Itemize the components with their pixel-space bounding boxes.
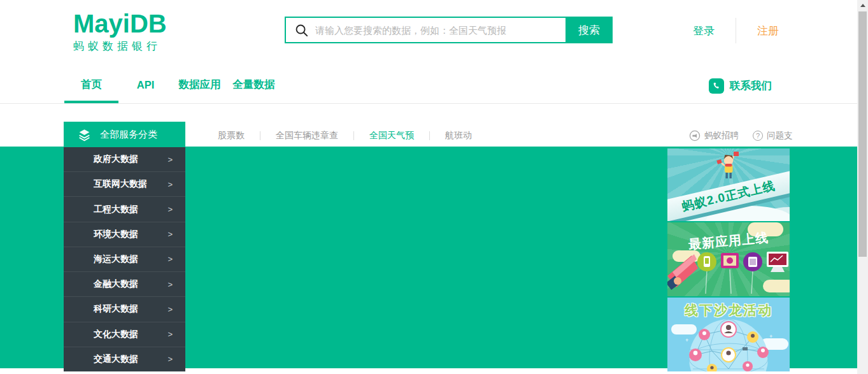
auth-divider bbox=[736, 18, 736, 43]
search-input[interactable] bbox=[315, 18, 566, 42]
tab-home[interactable]: 首页 bbox=[64, 69, 118, 103]
category-item-internet[interactable]: 互联网大数据 > bbox=[64, 171, 185, 196]
logo[interactable]: MayiDB 蚂蚁数据银行 bbox=[73, 10, 167, 54]
category-item-culture[interactable]: 文化大数据 > bbox=[64, 322, 185, 347]
chevron-right-icon: > bbox=[167, 354, 173, 364]
hot-link-weather[interactable]: 全国天气预 bbox=[354, 130, 429, 141]
promo-banner-ant2-launch[interactable]: 蚂蚁2.0正式上线 bbox=[667, 148, 790, 221]
category-item-transport[interactable]: 交通大数据 > bbox=[64, 347, 185, 371]
category-item-environment[interactable]: 环境大数据 > bbox=[64, 222, 185, 247]
chevron-right-icon: > bbox=[167, 155, 173, 164]
svg-text:+: + bbox=[769, 333, 772, 340]
contact-us-link[interactable]: 联系我们 bbox=[709, 78, 772, 94]
up-triangle-icon bbox=[860, 4, 865, 7]
support-link[interactable]: ? 问题支 bbox=[753, 130, 793, 141]
sub-header: 全部服务分类 股票数 全国车辆违章查 全国天气预 航班动 蚂蚁招聘 ? 问题支 bbox=[0, 104, 857, 147]
logo-subtitle: 蚂蚁数据银行 bbox=[73, 39, 167, 54]
hot-link-vehicle-violations[interactable]: 全国车辆违章查 bbox=[260, 130, 353, 141]
search-bar: 搜索 bbox=[285, 17, 613, 43]
chevron-right-icon: > bbox=[167, 254, 173, 264]
hot-search-links: 股票数 全国车辆违章查 全国天气预 航班动 bbox=[203, 125, 487, 147]
all-categories-label: 全部服务分类 bbox=[100, 129, 157, 141]
category-item-engineering[interactable]: 工程大数据 > bbox=[64, 196, 185, 221]
main-nav: 首页 API 数据应用 全量数据 联系我们 bbox=[0, 69, 857, 104]
scrollbar[interactable] bbox=[857, 0, 868, 374]
chevron-right-icon: > bbox=[167, 180, 173, 189]
chevron-right-icon: > bbox=[167, 205, 173, 214]
register-link[interactable]: 注册 bbox=[757, 24, 779, 38]
contact-us-label: 联系我们 bbox=[730, 79, 772, 93]
quick-links: 蚂蚁招聘 ? 问题支 bbox=[689, 125, 793, 147]
category-item-government[interactable]: 政府大数据 > bbox=[64, 147, 185, 171]
megaphone-circle-icon bbox=[689, 130, 701, 141]
all-categories-button[interactable]: 全部服务分类 bbox=[64, 122, 185, 147]
svg-text:+: + bbox=[685, 337, 688, 343]
gadget-balloons-illustration bbox=[667, 248, 790, 296]
tab-api[interactable]: API bbox=[118, 69, 173, 103]
scrollbar-thumb[interactable] bbox=[858, 11, 867, 257]
header: MayiDB 蚂蚁数据银行 搜索 登录 注册 bbox=[0, 0, 857, 69]
logo-title: MayiDB bbox=[73, 10, 167, 37]
auth-links: 登录 注册 bbox=[693, 18, 779, 43]
phone-icon bbox=[709, 78, 724, 94]
jobs-label: 蚂蚁招聘 bbox=[704, 130, 739, 141]
globe-network-illustration: + + bbox=[667, 313, 790, 371]
category-menu: 政府大数据 > 互联网大数据 > 工程大数据 > 环境大数据 > 海运大数据 >… bbox=[64, 147, 185, 371]
chevron-right-icon: > bbox=[167, 329, 173, 339]
category-item-research[interactable]: 科研大数据 > bbox=[64, 296, 185, 321]
tab-full-data[interactable]: 全量数据 bbox=[227, 69, 281, 103]
nav-tabs: 首页 API 数据应用 全量数据 bbox=[64, 69, 281, 103]
search-button[interactable]: 搜索 bbox=[566, 17, 613, 43]
hot-link-stocks[interactable]: 股票数 bbox=[203, 130, 260, 141]
support-label: 问题支 bbox=[767, 130, 793, 141]
hot-link-flights[interactable]: 航班动 bbox=[430, 130, 487, 141]
login-link[interactable]: 登录 bbox=[693, 24, 715, 38]
category-item-shipping[interactable]: 海运大数据 > bbox=[64, 247, 185, 271]
chevron-right-icon: > bbox=[167, 229, 173, 239]
search-icon bbox=[294, 23, 309, 38]
jobs-link[interactable]: 蚂蚁招聘 bbox=[689, 130, 739, 141]
tab-data-apps[interactable]: 数据应用 bbox=[173, 69, 227, 103]
chevron-right-icon: > bbox=[167, 305, 173, 314]
promo-banner-new-apps[interactable]: 最新应用上线 bbox=[667, 222, 790, 296]
question-icon: ? bbox=[753, 131, 763, 141]
scrollbar-up-arrow[interactable] bbox=[857, 0, 868, 11]
cartoon-character-illustration bbox=[715, 151, 743, 185]
promo-banner-offline-salon[interactable]: 线下沙龙活动 + + bbox=[667, 298, 790, 371]
chevron-right-icon: > bbox=[167, 280, 173, 289]
category-item-finance[interactable]: 金融大数据 > bbox=[64, 271, 185, 296]
search-box bbox=[285, 17, 566, 43]
layers-icon bbox=[78, 128, 91, 141]
